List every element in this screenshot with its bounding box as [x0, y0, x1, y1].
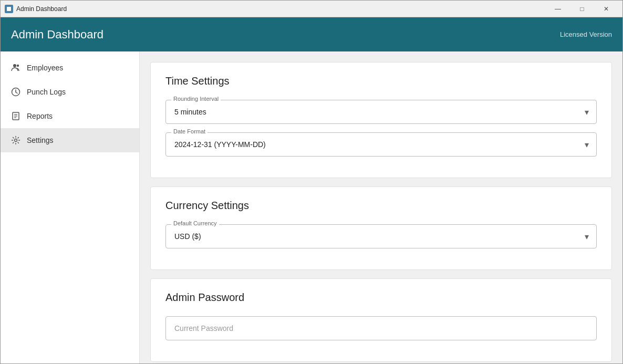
default-currency-select[interactable]: USD ($)	[166, 225, 596, 248]
report-icon	[11, 111, 20, 121]
date-format-label: Date Format	[171, 128, 207, 134]
sidebar-item-reports[interactable]: Reports	[1, 104, 139, 128]
title-bar: Admin Dashboard — □ ✕	[1, 1, 622, 17]
svg-rect-0	[7, 7, 11, 11]
gear-icon	[11, 136, 20, 145]
time-settings-card: Time Settings Rounding Interval 5 minute…	[150, 62, 612, 178]
people-icon	[11, 63, 20, 72]
close-button[interactable]: ✕	[594, 1, 618, 17]
rounding-interval-select[interactable]: 5 minutes	[166, 100, 596, 123]
sidebar-label-employees: Employees	[27, 64, 63, 72]
admin-password-title: Admin Password	[165, 292, 597, 304]
default-currency-group: Default Currency USD ($) ▾	[165, 224, 597, 248]
time-settings-title: Time Settings	[165, 75, 597, 87]
sidebar-item-settings[interactable]: Settings	[1, 128, 139, 152]
date-format-select[interactable]: 2024-12-31 (YYYY-MM-DD)	[166, 133, 596, 156]
app-header: Admin Dashboard Licensed Version	[1, 17, 622, 51]
current-password-wrapper	[165, 316, 597, 340]
default-currency-wrapper: Default Currency USD ($) ▾	[165, 224, 597, 248]
default-currency-label: Default Currency	[171, 220, 219, 226]
sidebar-item-employees[interactable]: Employees	[1, 56, 139, 80]
rounding-interval-wrapper: Rounding Interval 5 minutes ▾	[165, 100, 597, 124]
svg-point-2	[17, 65, 19, 67]
date-format-group: Date Format 2024-12-31 (YYYY-MM-DD) ▾	[165, 132, 597, 157]
sidebar-label-settings: Settings	[27, 136, 54, 144]
rounding-interval-label: Rounding Interval	[171, 96, 221, 102]
sidebar-label-punch-logs: Punch Logs	[27, 88, 66, 96]
maximize-button[interactable]: □	[570, 1, 594, 17]
main-content[interactable]: Time Settings Rounding Interval 5 minute…	[140, 51, 622, 363]
svg-point-10	[15, 139, 17, 142]
date-format-wrapper: Date Format 2024-12-31 (YYYY-MM-DD) ▾	[165, 132, 597, 157]
app-icon	[5, 5, 13, 13]
currency-settings-card: Currency Settings Default Currency USD (…	[150, 186, 612, 270]
window-title: Admin Dashboard	[16, 5, 67, 13]
minimize-button[interactable]: —	[546, 1, 570, 17]
app-body: Employees Punch Logs	[1, 51, 622, 363]
current-password-group	[165, 316, 597, 340]
sidebar: Employees Punch Logs	[1, 51, 140, 363]
window-frame: Admin Dashboard — □ ✕ Admin Dashboard Li…	[0, 0, 623, 364]
app-title: Admin Dashboard	[11, 28, 103, 41]
clock-icon	[11, 87, 20, 97]
admin-password-card: Admin Password	[150, 278, 612, 362]
currency-settings-title: Currency Settings	[165, 200, 597, 212]
rounding-interval-group: Rounding Interval 5 minutes ▾	[165, 100, 597, 124]
sidebar-item-punch-logs[interactable]: Punch Logs	[1, 80, 139, 104]
current-password-input[interactable]	[166, 317, 596, 340]
svg-line-5	[16, 92, 17, 93]
license-badge: Licensed Version	[560, 30, 612, 38]
window-controls: — □ ✕	[546, 1, 618, 17]
svg-point-1	[13, 64, 16, 67]
title-bar-left: Admin Dashboard	[5, 5, 67, 13]
sidebar-label-reports: Reports	[27, 112, 53, 120]
